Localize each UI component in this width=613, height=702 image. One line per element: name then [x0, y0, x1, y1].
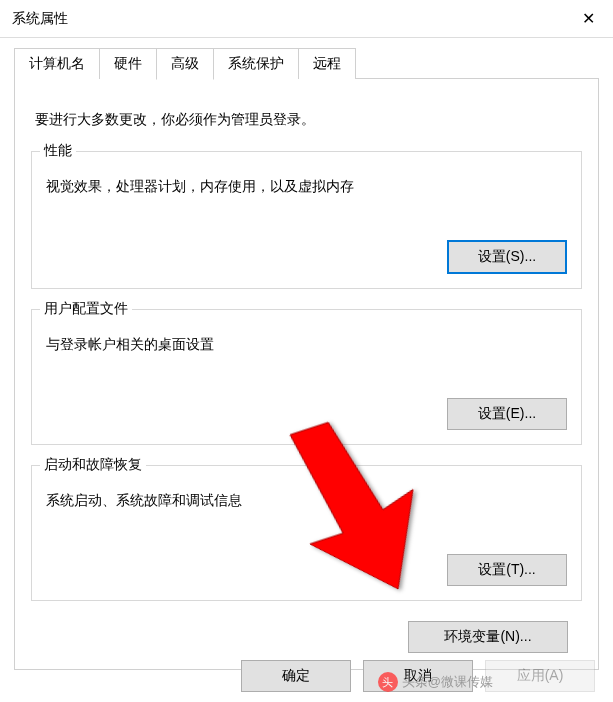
ok-button[interactable]: 确定: [241, 660, 351, 692]
user-profiles-title: 用户配置文件: [40, 300, 132, 318]
tab-system-protection[interactable]: 系统保护: [213, 48, 299, 79]
close-button[interactable]: ✕: [563, 0, 613, 38]
advanced-panel: 要进行大多数更改，你必须作为管理员登录。 性能 视觉效果，处理器计划，内存使用，…: [14, 78, 599, 670]
startup-recovery-desc: 系统启动、系统故障和调试信息: [46, 492, 567, 510]
performance-desc: 视觉效果，处理器计划，内存使用，以及虚拟内存: [46, 178, 567, 196]
tab-computer-name[interactable]: 计算机名: [14, 48, 100, 79]
tab-strip: 计算机名 硬件 高级 系统保护 远程: [14, 48, 599, 79]
startup-recovery-group: 启动和故障恢复 系统启动、系统故障和调试信息 设置(T)...: [31, 465, 582, 601]
tab-advanced[interactable]: 高级: [156, 48, 214, 80]
performance-settings-button[interactable]: 设置(S)...: [447, 240, 567, 274]
environment-variables-button[interactable]: 环境变量(N)...: [408, 621, 568, 653]
performance-title: 性能: [40, 142, 76, 160]
performance-group: 性能 视觉效果，处理器计划，内存使用，以及虚拟内存 设置(S)...: [31, 151, 582, 289]
user-profiles-settings-button[interactable]: 设置(E)...: [447, 398, 567, 430]
user-profiles-group: 用户配置文件 与登录帐户相关的桌面设置 设置(E)...: [31, 309, 582, 445]
watermark-text: 头条@微课传媒: [402, 673, 493, 691]
tab-remote[interactable]: 远程: [298, 48, 356, 79]
startup-recovery-title: 启动和故障恢复: [40, 456, 146, 474]
window-title: 系统属性: [12, 10, 68, 28]
dialog-content: 计算机名 硬件 高级 系统保护 远程 要进行大多数更改，你必须作为管理员登录。 …: [0, 38, 613, 671]
tab-hardware[interactable]: 硬件: [99, 48, 157, 79]
startup-recovery-settings-button[interactable]: 设置(T)...: [447, 554, 567, 586]
watermark-logo-icon: 头: [378, 672, 398, 692]
close-icon: ✕: [582, 9, 595, 28]
watermark: 头 头条@微课传媒: [378, 672, 493, 692]
apply-button: 应用(A): [485, 660, 595, 692]
titlebar: 系统属性 ✕: [0, 0, 613, 38]
intro-text: 要进行大多数更改，你必须作为管理员登录。: [35, 111, 578, 129]
user-profiles-desc: 与登录帐户相关的桌面设置: [46, 336, 567, 354]
